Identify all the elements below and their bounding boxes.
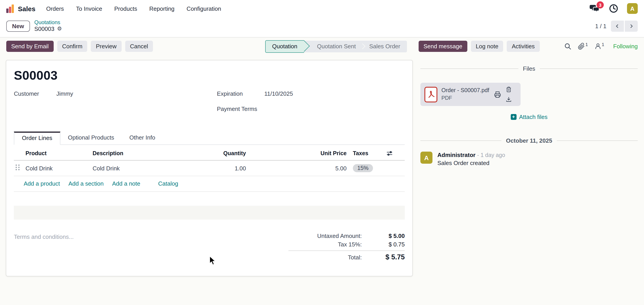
- gear-icon[interactable]: ⚙: [57, 26, 62, 32]
- pager-previous-button[interactable]: [611, 20, 624, 32]
- breadcrumb: Quotations S00003 ⚙: [34, 20, 62, 32]
- terms-and-conditions-input[interactable]: Terms and conditions...: [14, 232, 74, 262]
- delete-attachment-button[interactable]: [506, 86, 512, 92]
- user-avatar[interactable]: A: [627, 3, 638, 14]
- header-description[interactable]: Description: [91, 146, 172, 160]
- odoo-sales-logo-icon[interactable]: [6, 4, 14, 13]
- drag-handle-icon[interactable]: [16, 164, 20, 170]
- app-name[interactable]: Sales: [18, 5, 35, 12]
- chatter-panel: Files Order - S00007.pdf PDF: [420, 65, 638, 166]
- print-attachment-button[interactable]: [494, 91, 501, 98]
- sales-quotation-page: Sales Orders To Invoice Products Reporti…: [0, 0, 644, 305]
- untaxed-amount-label: Untaxed Amount:: [317, 232, 362, 239]
- menu-orders[interactable]: Orders: [46, 5, 64, 12]
- person-icon: [594, 42, 601, 50]
- sheet-bottom: Terms and conditions... Untaxed Amount: …: [14, 232, 405, 262]
- log-note-button[interactable]: Log note: [471, 41, 503, 52]
- totals-block: Untaxed Amount: $ 5.00 Tax 15%: $ 0.75 T…: [288, 232, 405, 262]
- cell-quantity[interactable]: 1.00: [172, 160, 248, 176]
- record-pager: 1 / 1: [595, 20, 638, 32]
- attachments-button[interactable]: 1: [578, 42, 588, 50]
- followers-button[interactable]: 1: [594, 42, 604, 50]
- main-menu: Orders To Invoice Products Reporting Con…: [46, 5, 221, 12]
- customer-label: Customer: [14, 90, 56, 97]
- order-lines-table: Product Description Quantity Unit Price …: [14, 146, 405, 176]
- notebook-tabs: Order Lines Optional Products Other Info: [14, 131, 405, 145]
- add-a-section-link[interactable]: Add a section: [68, 180, 104, 187]
- header-quantity[interactable]: Quantity: [172, 146, 248, 160]
- breadcrumb-quotations-link[interactable]: Quotations: [34, 20, 62, 26]
- form-sheet: S00003 Customer Jimmy Expiration 11/10/2…: [6, 60, 413, 276]
- send-message-button[interactable]: Send message: [418, 41, 467, 52]
- message-timestamp: - 1 day ago: [477, 152, 505, 158]
- message-body: Sales Order created: [438, 160, 505, 166]
- expiration-value[interactable]: 11/10/2025: [264, 90, 293, 97]
- pdf-file-icon: [424, 86, 438, 102]
- cell-unit-price[interactable]: 5.00: [248, 160, 348, 176]
- tax-label: Tax 15%:: [338, 241, 362, 248]
- total-label: Total:: [348, 254, 362, 261]
- navbar-right: 3 A: [590, 3, 638, 14]
- pager-next-button[interactable]: [625, 20, 638, 32]
- paperclip-icon: [578, 42, 585, 50]
- header-unit-price[interactable]: Unit Price: [248, 146, 348, 160]
- status-step-quotation-sent[interactable]: Quotation Sent: [310, 40, 362, 52]
- send-by-email-button[interactable]: Send by Email: [6, 41, 54, 52]
- status-step-sales-order[interactable]: Sales Order: [362, 40, 407, 52]
- message-author[interactable]: Administrator: [438, 152, 476, 158]
- attachment-type: PDF: [442, 94, 489, 102]
- breadcrumb-current-record: S00003: [34, 26, 54, 33]
- pager-counter: 1 / 1: [595, 23, 606, 30]
- chevron-left-icon: [615, 24, 620, 28]
- search-messages-button[interactable]: [564, 42, 572, 50]
- payment-terms-label: Payment Terms: [217, 106, 264, 112]
- optional-columns-button[interactable]: [384, 146, 405, 160]
- customer-value[interactable]: Jimmy: [56, 90, 73, 97]
- menu-products[interactable]: Products: [114, 5, 137, 12]
- attach-files-link[interactable]: + Attach files: [510, 114, 548, 120]
- add-a-product-link[interactable]: Add a product: [24, 180, 60, 187]
- preview-button[interactable]: Preview: [91, 41, 122, 52]
- download-attachment-button[interactable]: [506, 96, 512, 102]
- follower-count: 1: [602, 42, 604, 47]
- attachment-count: 1: [586, 42, 588, 47]
- menu-reporting[interactable]: Reporting: [149, 5, 175, 12]
- attachment-name[interactable]: Order - S00007.pdf: [442, 86, 489, 94]
- header-taxes[interactable]: Taxes: [348, 146, 384, 160]
- activities-button[interactable]: Activities: [507, 41, 540, 52]
- sliders-icon: [386, 150, 393, 157]
- cancel-button[interactable]: Cancel: [125, 41, 153, 52]
- statusbar: Quotation Quotation Sent Sales Order: [265, 40, 407, 52]
- catalog-link[interactable]: Catalog: [158, 180, 178, 187]
- total-value: $ 5.75: [362, 253, 405, 261]
- cell-description[interactable]: Cold Drink: [91, 160, 172, 176]
- add-a-note-link[interactable]: Add a note: [112, 180, 140, 187]
- files-divider: Files: [420, 65, 638, 72]
- tax-badge: 15%: [353, 164, 373, 172]
- messages-icon[interactable]: 3: [590, 4, 600, 14]
- attachment-card[interactable]: Order - S00007.pdf PDF: [420, 83, 520, 106]
- table-header-row: Product Description Quantity Unit Price …: [14, 146, 405, 160]
- tab-other-info[interactable]: Other Info: [122, 132, 163, 145]
- untaxed-amount-value: $ 5.00: [362, 232, 405, 239]
- cell-taxes[interactable]: 15%: [348, 160, 384, 176]
- field-grid: Customer Jimmy Expiration 11/10/2025 Pay…: [14, 90, 405, 121]
- following-toggle[interactable]: Following: [613, 43, 638, 50]
- search-icon: [564, 42, 572, 50]
- date-divider: October 11, 2025: [420, 137, 638, 144]
- header-product[interactable]: Product: [24, 146, 91, 160]
- message-avatar[interactable]: A: [420, 152, 432, 164]
- menu-to-invoice[interactable]: To Invoice: [76, 5, 102, 12]
- trash-icon: [506, 86, 512, 92]
- cell-product[interactable]: Cold Drink: [24, 160, 91, 176]
- order-line-links: Add a product Add a section Add a note C…: [14, 176, 405, 192]
- menu-configuration[interactable]: Configuration: [186, 5, 221, 12]
- new-button[interactable]: New: [6, 20, 30, 32]
- status-step-quotation[interactable]: Quotation: [265, 40, 304, 52]
- control-panel: New Quotations S00003 ⚙ 1 / 1: [0, 17, 644, 37]
- tab-optional-products[interactable]: Optional Products: [60, 132, 122, 145]
- order-line-row[interactable]: Cold Drink Cold Drink 1.00 5.00 15%: [14, 160, 405, 176]
- confirm-button[interactable]: Confirm: [57, 41, 88, 52]
- tab-order-lines[interactable]: Order Lines: [14, 132, 60, 145]
- activities-clock-icon[interactable]: [609, 4, 618, 14]
